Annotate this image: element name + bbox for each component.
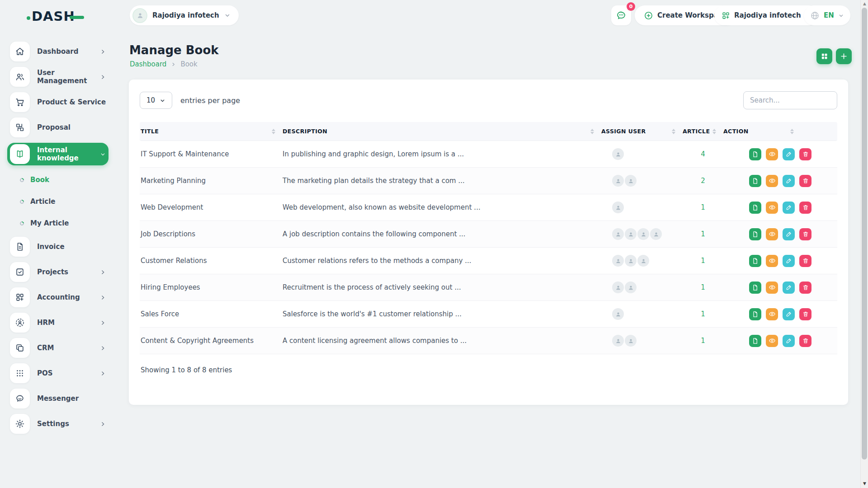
search-input[interactable] — [743, 91, 837, 109]
sidebar-subitem-my-article[interactable]: My Article — [0, 212, 116, 234]
delete-button[interactable] — [799, 335, 811, 347]
chevron-right-icon — [100, 320, 106, 326]
cell-description: A job description contains the following… — [283, 230, 601, 238]
view-button[interactable] — [766, 175, 778, 187]
add-book-button[interactable] — [836, 48, 852, 64]
column-header-article[interactable]: ARTICLE — [683, 128, 723, 135]
delete-button[interactable] — [799, 228, 811, 240]
articles-button[interactable] — [749, 308, 761, 320]
articles-button[interactable] — [749, 255, 761, 267]
delete-button[interactable] — [799, 282, 811, 294]
workspace-selector[interactable]: Rajodiya infotech — [130, 5, 239, 25]
assign-user-avatars — [601, 308, 683, 320]
edit-button[interactable] — [783, 335, 795, 347]
article-count-link[interactable]: 1 — [701, 203, 705, 211]
person-icon — [615, 258, 622, 264]
sidebar-item-dashboard[interactable]: Dashboard — [10, 42, 108, 61]
articles-button[interactable] — [749, 175, 761, 187]
sidebar-subitem-article[interactable]: Article — [0, 191, 116, 212]
edit-button[interactable] — [783, 308, 795, 320]
language-selector[interactable]: EN — [804, 5, 850, 25]
scroll-down-arrow[interactable]: ▼ — [861, 480, 868, 487]
book-table: TITLE DESCRIPTION ASSIGN USER ARTICLE AC… — [140, 122, 837, 374]
user-avatar — [612, 255, 624, 267]
sidebar-subitem-book[interactable]: Book — [0, 169, 116, 191]
edit-button[interactable] — [783, 255, 795, 267]
sidebar-item-user-management[interactable]: User Management — [10, 67, 108, 87]
sidebar-item-crm[interactable]: CRM — [10, 338, 108, 358]
table-row: Hiring Employees Recruitment is the proc… — [140, 274, 837, 301]
edit-button[interactable] — [783, 282, 795, 294]
cell-description: In publishing and graphic design, Lorem … — [283, 150, 601, 158]
page-scrollbar[interactable]: ▲ ▼ — [860, 0, 868, 488]
column-header-title[interactable]: TITLE — [140, 128, 283, 135]
delete-button[interactable] — [799, 148, 811, 160]
person-icon — [627, 284, 634, 291]
person-icon — [640, 231, 647, 238]
sidebar-item-hrm[interactable]: HRM — [10, 313, 108, 333]
svg-text:DASH: DASH — [32, 9, 75, 24]
sort-icon — [272, 129, 275, 134]
view-button[interactable] — [766, 255, 778, 267]
view-button[interactable] — [766, 148, 778, 160]
cell-title: Sales Force — [140, 310, 283, 318]
articles-button[interactable] — [749, 148, 761, 160]
delete-button[interactable] — [799, 175, 811, 187]
edit-button[interactable] — [783, 148, 795, 160]
scroll-up-arrow[interactable]: ▲ — [861, 0, 868, 7]
sidebar-item-invoice[interactable]: Invoice — [10, 237, 108, 257]
view-button[interactable] — [766, 308, 778, 320]
user-avatar — [625, 228, 637, 240]
messenger-button[interactable]: 0 — [611, 5, 631, 25]
sidebar-item-pos[interactable]: POS — [10, 363, 108, 383]
article-count-link[interactable]: 2 — [701, 177, 705, 185]
edit-button[interactable] — [783, 228, 795, 240]
sidebar-item-settings[interactable]: Settings — [10, 414, 108, 434]
articles-button[interactable] — [749, 202, 761, 214]
column-header-action[interactable]: ACTION — [723, 128, 837, 135]
chevron-right-icon — [100, 269, 106, 275]
view-button[interactable] — [766, 202, 778, 214]
edit-button[interactable] — [783, 202, 795, 214]
delete-button[interactable] — [799, 202, 811, 214]
view-button[interactable] — [766, 335, 778, 347]
grid-view-button[interactable] — [816, 48, 832, 64]
article-count-link[interactable]: 1 — [701, 337, 705, 345]
sort-icon — [672, 129, 675, 134]
sidebar-item-product-service[interactable]: Product & Service — [10, 92, 108, 112]
table-row: Customer Relations Customer relations re… — [140, 248, 837, 274]
breadcrumb-dashboard-link[interactable]: Dashboard — [130, 60, 166, 68]
company-selector[interactable]: Rajodiya infotech — [714, 5, 819, 25]
cell-actions — [723, 308, 837, 320]
sidebar-item-proposal[interactable]: Proposal — [10, 117, 108, 137]
table-row: IT Support & Maintenance In publishing a… — [140, 141, 837, 168]
view-button[interactable] — [766, 282, 778, 294]
articles-button[interactable] — [749, 228, 761, 240]
articles-button[interactable] — [749, 282, 761, 294]
sidebar-item-projects[interactable]: Projects — [10, 262, 108, 282]
user-avatar — [612, 202, 624, 213]
pencil-icon — [786, 204, 792, 211]
cell-description: A content licensing agreement allows com… — [283, 337, 601, 345]
articles-button[interactable] — [749, 335, 761, 347]
article-count-link[interactable]: 4 — [701, 150, 705, 158]
article-count-link[interactable]: 1 — [701, 257, 705, 265]
scrollbar-thumb[interactable] — [862, 8, 867, 460]
pencil-icon — [786, 311, 792, 317]
delete-button[interactable] — [799, 255, 811, 267]
sidebar-item-internal-knowledge[interactable]: Internal knowledge — [7, 143, 108, 165]
view-button[interactable] — [766, 228, 778, 240]
sidebar-item-accounting[interactable]: Accounting — [10, 287, 108, 307]
article-count-link[interactable]: 1 — [701, 230, 705, 238]
entries-per-page-select[interactable]: 10 — [140, 92, 172, 109]
column-header-description[interactable]: DESCRIPTION — [283, 128, 601, 135]
column-header-assign-user[interactable]: ASSIGN USER — [601, 128, 683, 135]
workspace-avatar — [132, 8, 147, 23]
delete-button[interactable] — [799, 308, 811, 320]
article-count-link[interactable]: 1 — [701, 283, 705, 291]
file-icon — [752, 178, 759, 184]
sidebar-item-messenger[interactable]: Messenger — [10, 389, 108, 408]
trash-icon — [802, 311, 809, 317]
edit-button[interactable] — [783, 175, 795, 187]
article-count-link[interactable]: 1 — [701, 310, 705, 318]
